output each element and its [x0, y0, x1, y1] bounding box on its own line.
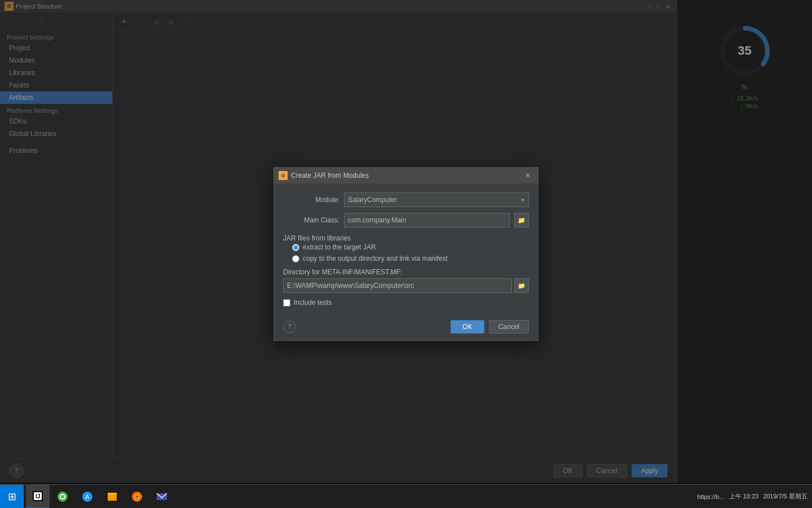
- main-class-row: Main Class: 📁: [283, 213, 529, 227]
- module-row: Module: SalaryComputer ▼: [283, 192, 529, 207]
- dialog-cancel-btn[interactable]: Cancel: [489, 320, 529, 334]
- dialog-footer: ? OK Cancel: [274, 316, 538, 340]
- jar-files-section: JAR files from libraries extract to the …: [283, 233, 529, 262]
- radio-extract[interactable]: [292, 244, 299, 251]
- browser2-icon: A: [81, 491, 94, 503]
- dir-input-row: 📁: [283, 278, 529, 293]
- radio-copy[interactable]: [292, 255, 299, 262]
- dir-section: Directory for META-INF/MANIFEST.MF: 📁: [283, 268, 529, 293]
- start-button[interactable]: ⊞: [0, 485, 24, 509]
- taskbar-browser2[interactable]: A: [76, 485, 99, 509]
- jar-files-label: JAR files from libraries: [283, 233, 529, 243]
- taskbar-right: https://b... 上午 10:23 2019/7/5 星期五: [692, 492, 812, 501]
- main-class-browse-btn[interactable]: 📁: [514, 213, 529, 227]
- jar-dialog: ⚙ Create JAR from Modules ✕ Module: Sala…: [273, 167, 539, 341]
- svg-text:IJ: IJ: [36, 493, 40, 500]
- radio-group: extract to the target JAR copy to the ou…: [283, 243, 529, 262]
- dir-label: Directory for META-INF/MANIFEST.MF:: [283, 268, 529, 276]
- main-class-label: Main Class:: [283, 216, 339, 224]
- browser1-icon: [56, 491, 69, 503]
- dialog-footer-right: OK Cancel: [451, 320, 529, 334]
- firefox-icon: [131, 491, 143, 503]
- svg-point-7: [61, 495, 64, 498]
- module-select-wrapper: SalaryComputer ▼: [344, 192, 529, 207]
- taskbar-mail[interactable]: [150, 485, 174, 509]
- radio-copy-label: copy to the output directory and link vi…: [303, 255, 448, 262]
- taskbar-browser1[interactable]: [51, 485, 74, 509]
- taskbar-url: https://b...: [697, 493, 724, 500]
- dialog-body: Module: SalaryComputer ▼ Main Class: 📁: [274, 183, 538, 316]
- taskbar: ⊞ IJ A: [0, 484, 812, 508]
- include-tests-label: Include tests: [294, 299, 332, 306]
- dir-input[interactable]: [283, 278, 512, 293]
- mail-icon: [156, 491, 168, 503]
- include-tests-checkbox[interactable]: [283, 299, 290, 306]
- dialog-title-text: Create JAR from Modules: [291, 172, 522, 179]
- module-label: Module:: [283, 196, 339, 204]
- dialog-overlay: ⚙ Create JAR from Modules ✕ Module: Sala…: [0, 0, 812, 508]
- dialog-icon: ⚙: [279, 171, 288, 180]
- taskbar-icons: IJ A: [24, 485, 176, 509]
- dialog-help-btn[interactable]: ?: [283, 321, 295, 333]
- radio-extract-label: extract to the target JAR: [303, 243, 376, 251]
- radio-copy-item[interactable]: copy to the output directory and link vi…: [292, 255, 529, 262]
- dir-browse-btn[interactable]: 📁: [514, 278, 529, 293]
- svg-text:A: A: [85, 493, 90, 500]
- svg-point-14: [136, 496, 138, 498]
- taskbar-intellij[interactable]: IJ: [26, 485, 50, 509]
- radio-extract-item[interactable]: extract to the target JAR: [292, 243, 529, 251]
- dialog-ok-btn[interactable]: OK: [451, 320, 484, 334]
- files-icon: [106, 491, 118, 503]
- include-tests-row[interactable]: Include tests: [283, 299, 529, 306]
- taskbar-firefox[interactable]: [125, 485, 149, 509]
- dialog-title-bar: ⚙ Create JAR from Modules ✕: [274, 168, 538, 183]
- main-class-input[interactable]: [344, 213, 510, 227]
- module-select[interactable]: SalaryComputer: [344, 192, 529, 207]
- taskbar-date: 2019/7/5 星期五: [763, 492, 807, 501]
- svg-rect-11: [108, 494, 117, 501]
- taskbar-time: 上午 10:23: [729, 492, 759, 501]
- dialog-close-btn[interactable]: ✕: [522, 170, 533, 181]
- intellij-icon: IJ: [32, 490, 44, 502]
- taskbar-files[interactable]: [100, 485, 124, 509]
